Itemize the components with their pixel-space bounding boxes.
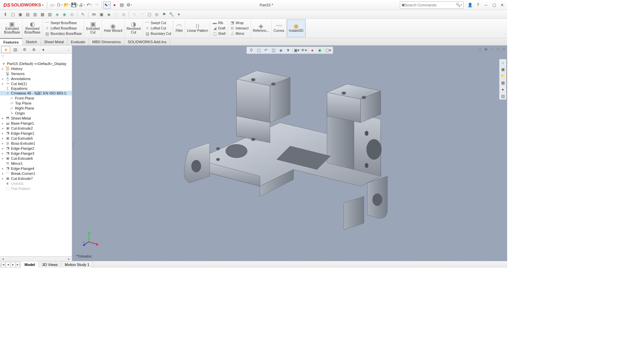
- tree-item[interactable]: ▸◠Break-Corner1: [0, 171, 72, 176]
- maximize-button[interactable]: ▢: [490, 1, 498, 9]
- first-tab-icon[interactable]: |◄: [1, 262, 5, 267]
- mirror-button[interactable]: ⧊Mirror: [229, 31, 249, 37]
- expand-icon[interactable]: ▸: [1, 132, 4, 135]
- flag-icon[interactable]: ⚑: [161, 11, 167, 18]
- swept-boss-button[interactable]: 〰Swept Boss/Base: [44, 20, 83, 25]
- expand-icon[interactable]: ▸: [1, 167, 4, 170]
- new-button[interactable]: 🗋: [56, 1, 63, 9]
- view9-icon[interactable]: ◎: [68, 11, 75, 18]
- custom-props-icon[interactable]: ▤: [499, 93, 506, 99]
- doc-view1-icon[interactable]: ▢: [477, 46, 482, 52]
- tree-item[interactable]: ↳Origin: [0, 111, 72, 116]
- expand-icon[interactable]: ▸: [1, 177, 4, 180]
- shell-button[interactable]: ▢Shell: [212, 31, 226, 37]
- tree-item[interactable]: ⬖Unfold1: [0, 181, 72, 186]
- feature-tree-tab[interactable]: ◈: [1, 46, 10, 53]
- expand-icon[interactable]: ▸: [1, 172, 4, 175]
- tree-item[interactable]: ⬚Flat-Pattern: [0, 186, 72, 191]
- rebuild-button[interactable]: ●: [111, 1, 118, 9]
- tree-item[interactable]: ▸▣Cut-Extrude7: [0, 176, 72, 181]
- instant3d-button[interactable]: ◉ Instant3D: [287, 19, 306, 37]
- cyl-icon[interactable]: ◎: [153, 11, 160, 18]
- tab-sketch[interactable]: Sketch: [22, 38, 41, 45]
- tool-icon[interactable]: 🔧: [168, 11, 175, 18]
- edit-appearance-icon[interactable]: ●: [309, 47, 316, 53]
- hidden-icon[interactable]: ▢: [113, 11, 119, 18]
- property-tab[interactable]: ▤: [11, 46, 19, 53]
- view2-icon[interactable]: ▣: [17, 11, 23, 18]
- select-button[interactable]: ⬉: [103, 1, 111, 9]
- tree-item[interactable]: ▸⬒Sheet-Metal: [0, 116, 72, 121]
- save-button[interactable]: 💾: [71, 1, 78, 9]
- intersect-button[interactable]: ⧉Intersect: [229, 25, 249, 31]
- wrap-button[interactable]: ⬔Wrap: [229, 20, 249, 25]
- dim-tab[interactable]: ⊕: [30, 46, 38, 53]
- boundary-cut-button[interactable]: ▨Boundary Cut: [144, 31, 172, 37]
- minimize-button[interactable]: ─: [482, 1, 490, 9]
- tab-features[interactable]: Features: [0, 38, 22, 45]
- tree-scrollbar[interactable]: ◄►: [0, 256, 72, 261]
- view4-icon[interactable]: ▥: [32, 11, 38, 18]
- section-icon[interactable]: ▣: [120, 11, 127, 18]
- prev-view-icon[interactable]: ↶: [263, 47, 269, 53]
- close-button[interactable]: ✕: [498, 1, 506, 9]
- tree-item[interactable]: ▱Front Plane: [0, 95, 72, 100]
- scroll-left-icon[interactable]: ◄: [1, 257, 4, 261]
- config-tab[interactable]: ⚙: [20, 46, 29, 53]
- open-button[interactable]: 📂: [63, 1, 71, 9]
- view-triad[interactable]: y x z: [82, 230, 99, 248]
- design-lib-icon[interactable]: ▣: [499, 66, 506, 73]
- tree-item[interactable]: ▸◍Boss-Extrude1: [0, 141, 72, 146]
- boundary-boss-button[interactable]: ▨Boundary Boss/Base: [44, 31, 83, 37]
- view-palette-icon[interactable]: ▦: [499, 79, 506, 86]
- zoom-fit-icon[interactable]: ⚲: [248, 47, 255, 53]
- tree-item[interactable]: ▸✂Cut list(1): [0, 81, 72, 86]
- doc-maximize-icon[interactable]: ▢: [495, 46, 500, 52]
- linear-pattern-button[interactable]: ⁞⁞ Linear Pattern: [185, 19, 211, 37]
- extruded-cut-button[interactable]: ▣ Extruded Cut: [84, 19, 102, 37]
- tree-item[interactable]: ▸▣Cut-Extrude6: [0, 156, 72, 161]
- 3d-model[interactable]: [166, 56, 414, 243]
- iso-icon[interactable]: ◈: [54, 11, 60, 18]
- chevron-down-icon[interactable]: ▾: [461, 3, 462, 6]
- appearance-icon[interactable]: ●: [499, 86, 506, 93]
- lofted-cut-button[interactable]: ◊Lofted Cut: [144, 25, 172, 31]
- bottom-tab-motion-study-1[interactable]: Motion Study 1: [61, 261, 93, 268]
- expand-icon[interactable]: ▸: [1, 157, 4, 160]
- file-explorer-icon[interactable]: 📁: [499, 73, 506, 79]
- expand-icon[interactable]: ▸: [1, 77, 4, 80]
- curve-icon[interactable]: 〰: [139, 11, 145, 18]
- orient-icon[interactable]: ⬇: [2, 11, 9, 18]
- tab-sheet-metal[interactable]: Sheet Metal: [41, 38, 68, 45]
- swept-cut-button[interactable]: 〰Swept Cut: [144, 20, 172, 25]
- tab-mbd-dimensions[interactable]: MBD Dimensions: [89, 38, 124, 45]
- wireframe-icon[interactable]: ◈: [105, 11, 112, 18]
- tree-collapse-icon[interactable]: ›: [66, 48, 70, 52]
- doc-close-icon[interactable]: ✕: [501, 46, 506, 52]
- panel-resize-handle[interactable]: [73, 139, 75, 149]
- ribbon-expand-icon[interactable]: ˇ: [505, 34, 506, 37]
- expand-icon[interactable]: ▸: [1, 82, 4, 85]
- tree-item[interactable]: 📡Sensors: [0, 71, 72, 76]
- expand-icon[interactable]: ▸: [1, 137, 4, 140]
- bottom-tab-3d-views[interactable]: 3D Views: [39, 261, 61, 268]
- tree-item[interactable]: ▱Top Plane: [0, 100, 72, 106]
- tab-evaluate[interactable]: Evaluate: [67, 38, 89, 45]
- ref-geom-button[interactable]: ◈ Referenc...: [251, 19, 272, 37]
- draft-button[interactable]: ◢Draft: [212, 25, 226, 31]
- rib-button[interactable]: ▬Rib: [212, 20, 226, 25]
- doc-minimize-icon[interactable]: ─: [489, 46, 494, 52]
- chevron-right-icon[interactable]: ▸: [42, 3, 44, 6]
- user-button[interactable]: 👤: [466, 1, 474, 9]
- draft-icon[interactable]: ✎: [131, 11, 138, 18]
- home-task-icon[interactable]: ⌂: [499, 59, 506, 66]
- document-button[interactable]: ▤: [118, 1, 125, 9]
- expand-icon[interactable]: ▸: [1, 117, 4, 120]
- bottom-tab-model[interactable]: Model: [21, 261, 39, 268]
- display-style-icon[interactable]: ▣▾: [293, 47, 300, 53]
- tree-filter[interactable]: ▽: [0, 54, 72, 60]
- view5-icon[interactable]: ▦: [39, 11, 46, 18]
- expand-icon[interactable]: ▸: [1, 122, 4, 125]
- search-input[interactable]: [405, 3, 456, 7]
- next-tab-icon[interactable]: ►: [11, 262, 15, 267]
